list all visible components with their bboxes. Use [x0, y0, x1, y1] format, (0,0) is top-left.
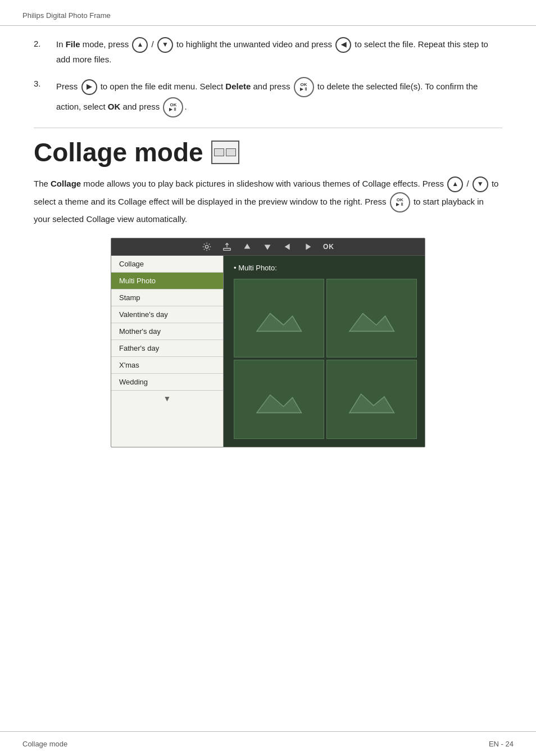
collage-icon-inner-2 [226, 148, 236, 156]
list-more-arrow: ▼ [111, 391, 223, 406]
toolbar-down-icon[interactable] [262, 242, 272, 252]
list-item-stamp[interactable]: Stamp [111, 289, 223, 306]
footer-left: Collage mode [22, 740, 67, 748]
page-footer: Collage mode EN - 24 [0, 731, 536, 756]
ui-screenshot: OK Collage Multi Photo Stamp Valentine's… [111, 238, 425, 447]
svg-marker-3 [265, 245, 271, 250]
page-container: Philips Digital Photo Frame 2. In File m… [0, 0, 536, 756]
step-2-number: 2. [34, 37, 56, 67]
collage-heading: Collage mode [34, 137, 502, 168]
list-item-wedding[interactable]: Wedding [111, 374, 223, 391]
preview-cell-2 [326, 279, 417, 358]
preview-label: • Multi Photo: [234, 264, 417, 272]
toolbar-left-icon[interactable] [283, 242, 293, 252]
svg-marker-4 [285, 243, 290, 250]
ok-icon-2: OK ▶⏸ [163, 97, 183, 117]
footer-right: EN - 24 [489, 740, 514, 748]
svg-point-0 [205, 245, 208, 248]
preview-cell-3 [234, 360, 324, 439]
preview-cell-4 [326, 360, 417, 439]
ok-icon-3: OK ▶⏸ [390, 192, 410, 212]
down-arrow-icon-2: ▼ [473, 176, 488, 192]
ok-icon-1: OK ▶⏸ [294, 77, 314, 97]
ui-list-panel: Collage Multi Photo Stamp Valentine's da… [111, 256, 224, 447]
step-3-text: Press ▶ to open the file edit menu. Sele… [56, 77, 502, 117]
collage-mode-icon [211, 141, 239, 164]
list-item-xmas[interactable]: X'mas [111, 357, 223, 374]
list-item-multiphoto[interactable]: Multi Photo [111, 273, 223, 289]
preview-grid [234, 279, 417, 439]
step-2-text: In File mode, press ▲ / ▼ to highlight t… [56, 37, 502, 67]
list-item-valentines[interactable]: Valentine's day [111, 306, 223, 323]
list-item-mothers[interactable]: Mother's day [111, 323, 223, 340]
up-arrow-icon-2: ▲ [447, 176, 463, 192]
page-header: Philips Digital Photo Frame [0, 0, 536, 26]
header-title: Philips Digital Photo Frame [22, 11, 111, 20]
toolbar-up-icon[interactable] [242, 242, 252, 252]
ui-preview-panel: • Multi Photo: [224, 256, 425, 447]
step-3-number: 3. [34, 77, 56, 117]
toolbar-right-icon[interactable] [303, 242, 313, 252]
settings-icon[interactable] [202, 242, 212, 252]
list-item-collage[interactable]: Collage [111, 256, 223, 273]
up-arrow-icon: ▲ [132, 37, 148, 53]
preview-cell-1 [234, 279, 324, 358]
step-2: 2. In File mode, press ▲ / ▼ to highligh… [34, 37, 502, 67]
svg-marker-2 [244, 243, 251, 248]
main-content: 2. In File mode, press ▲ / ▼ to highligh… [0, 26, 536, 464]
collage-description: The Collage mode allows you to play back… [34, 176, 502, 227]
down-arrow-icon: ▼ [157, 37, 173, 53]
play-icon: ▶ [81, 79, 97, 95]
step-3: 3. Press ▶ to open the file edit menu. S… [34, 77, 502, 117]
svg-rect-1 [224, 248, 231, 250]
collage-icon-inner-1 [214, 148, 224, 156]
toolbar-ok-label[interactable]: OK [323, 243, 334, 251]
collage-mode-title: Collage mode [34, 137, 203, 168]
svg-marker-5 [306, 243, 311, 250]
upload-icon[interactable] [222, 242, 232, 252]
left-arrow-icon: ◀ [335, 37, 351, 53]
toolbar-row: OK [111, 238, 425, 256]
ui-content-row: Collage Multi Photo Stamp Valentine's da… [111, 256, 425, 447]
section-divider [34, 128, 502, 128]
list-item-fathers[interactable]: Father's day [111, 340, 223, 357]
